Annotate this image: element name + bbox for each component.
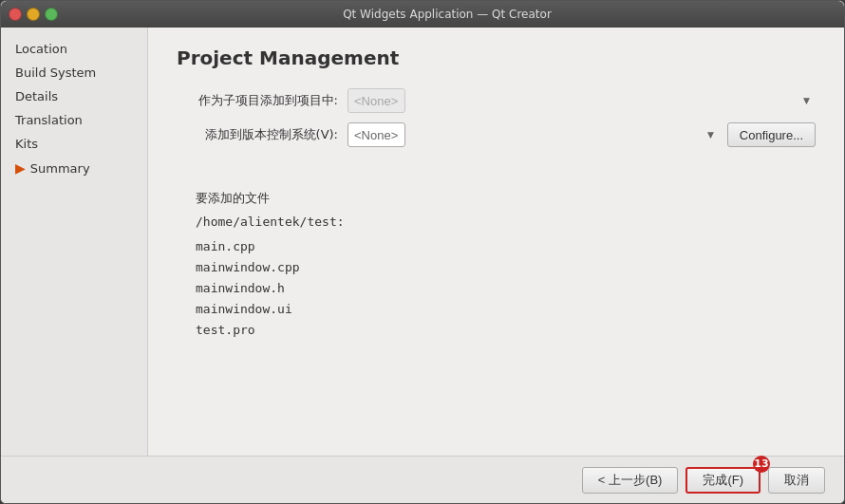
sidebar-item-build-system[interactable]: Build System [1,61,147,84]
files-heading: 要添加的文件 [196,190,797,207]
page-title: Project Management [177,47,816,69]
sidebar-item-location[interactable]: Location [1,37,147,61]
main-window: Qt Widgets Application — Qt Creator Loca… [0,0,845,504]
main-area: Location Build System Details Translatio… [1,28,844,456]
file-item-mainwindow-ui: mainwindow.ui [196,299,797,320]
sidebar-item-build-system-label: Build System [15,65,96,80]
subproject-select-wrapper: <None> [347,88,816,113]
sidebar-item-summary[interactable]: ▶ Summary [1,156,147,180]
finish-button-wrapper: 完成(F) 13 [685,467,760,494]
sidebar-item-kits[interactable]: Kits [1,132,147,156]
file-item-mainwindow-cpp: mainwindow.cpp [196,257,797,278]
subproject-control: <None> [347,88,816,113]
sidebar-item-translation-label: Translation [15,113,83,127]
sidebar-item-kits-label: Kits [15,137,38,151]
sidebar-item-summary-label: Summary [30,161,90,176]
sidebar-item-translation[interactable]: Translation [1,108,147,132]
files-list: main.cpp mainwindow.cpp mainwindow.h mai… [196,236,797,341]
form-section: 作为子项目添加到项目中: <None> 添加到版本控制系统(V): [177,88,816,147]
minimize-button[interactable] [27,8,40,21]
badge: 13 [753,456,770,473]
vcs-control: <None> Configure... [347,122,816,147]
sidebar-item-details-label: Details [15,89,58,103]
form-row-vcs: 添加到版本控制系统(V): <None> Configure... [177,122,816,147]
vcs-label: 添加到版本控制系统(V): [177,126,338,143]
footer: < 上一步(B) 完成(F) 13 取消 [1,456,844,503]
window-title: Qt Widgets Application — Qt Creator [58,8,836,21]
subproject-select[interactable]: <None> [347,88,405,113]
window-controls [9,8,58,21]
finish-button[interactable]: 完成(F) [685,467,760,494]
configure-button[interactable]: Configure... [727,122,816,147]
file-item-mainwindow-h: mainwindow.h [196,278,797,299]
back-button[interactable]: < 上一步(B) [582,467,679,494]
maximize-button[interactable] [45,8,58,21]
sidebar-item-details[interactable]: Details [1,84,147,108]
arrow-right-icon: ▶ [15,160,26,176]
subproject-label: 作为子项目添加到项目中: [177,92,338,109]
titlebar: Qt Widgets Application — Qt Creator [1,1,844,28]
content-area: Project Management 作为子项目添加到项目中: <None> [148,28,844,456]
close-button[interactable] [9,8,22,21]
sidebar: Location Build System Details Translatio… [1,28,148,456]
vcs-select[interactable]: <None> [347,122,405,147]
files-section: 要添加的文件 /home/alientek/test: main.cpp mai… [177,176,816,355]
sidebar-item-location-label: Location [15,42,67,56]
vcs-select-wrapper: <None> [347,122,720,147]
file-item-main-cpp: main.cpp [196,236,797,257]
files-path: /home/alientek/test: [196,215,797,229]
cancel-button[interactable]: 取消 [768,467,825,494]
file-item-test-pro: test.pro [196,320,797,341]
form-row-subproject: 作为子项目添加到项目中: <None> [177,88,816,113]
